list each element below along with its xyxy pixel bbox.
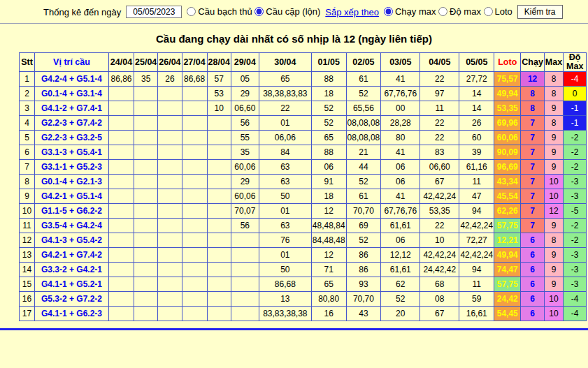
date-cell: [158, 145, 182, 160]
position-cell: G2.2-3 + G3.2-5: [35, 131, 109, 145]
sort-by-option-1[interactable]: Độ max: [438, 6, 481, 17]
date-cell: [158, 189, 182, 204]
date-cell: [134, 204, 158, 219]
table-row: 7G3.1-1 + G5.2-360,066306440606,6061,169…: [20, 160, 587, 175]
position-cell: G0.1-4 + G2.1-3: [35, 175, 109, 189]
date-cell: 26: [158, 72, 182, 87]
date-cell: 86: [346, 248, 381, 263]
date-cell: 42,42,24: [459, 219, 494, 233]
domax-cell: -4: [564, 72, 587, 87]
stt-cell: 17: [20, 307, 35, 321]
stt-cell: 3: [20, 101, 35, 116]
date-cell: [207, 233, 231, 248]
column-header-16: Max: [544, 53, 563, 72]
sort-link[interactable]: Sắp xếp theo: [325, 7, 379, 17]
position-cell: G3.5-4 + G4.2-4: [35, 219, 109, 233]
stt-cell: 16: [20, 292, 35, 307]
date-cell: 28,28: [381, 116, 420, 131]
date-cell: 10: [420, 233, 459, 248]
date-cell: 01: [259, 248, 311, 263]
sort-by-radio-0[interactable]: [384, 7, 393, 16]
sort-by-radio-2[interactable]: [484, 7, 493, 16]
date-cell: [134, 292, 158, 307]
date-cell: 72,27: [459, 233, 494, 248]
date-cell: 70,70: [346, 292, 381, 307]
date-cell: [134, 277, 158, 292]
stt-cell: 1: [20, 72, 35, 87]
loto-cell: 69,96: [494, 116, 521, 131]
cau-type-option-1[interactable]: Cầu cặp (lộn): [254, 6, 320, 17]
loto-cell: 12,21: [494, 233, 521, 248]
date-cell: [109, 233, 134, 248]
date-cell: [109, 292, 134, 307]
date-cell: [158, 131, 182, 145]
date-cell: 84,48,48: [311, 233, 346, 248]
date-cell: [207, 116, 231, 131]
stt-cell: 12: [20, 233, 35, 248]
sort-by-radio-1[interactable]: [438, 7, 447, 16]
date-cell: 60,06: [231, 160, 259, 175]
date-cell: 52: [346, 233, 381, 248]
date-cell: 61: [346, 72, 381, 87]
column-header-2: 24/04: [109, 53, 134, 72]
chay-cell: 8: [521, 87, 545, 101]
page: { "toolbar": { "label": "Thống kê đến ng…: [0, 0, 588, 368]
date-cell: [207, 248, 231, 263]
domax-cell: -2: [564, 131, 587, 145]
column-header-12: 04/05: [420, 53, 459, 72]
date-cell: 83,83,38,38: [259, 307, 311, 321]
table-row: 17G4.1-1 + G6.2-383,83,38,381643206716,6…: [20, 307, 587, 321]
date-cell: 08: [420, 292, 459, 307]
date-cell: [158, 175, 182, 189]
date-cell: 52: [346, 175, 381, 189]
column-header-9: 01/05: [311, 53, 346, 72]
date-cell: [158, 263, 182, 277]
date-input[interactable]: [126, 6, 182, 18]
cau-type-radio-0[interactable]: [187, 7, 196, 16]
table-row: 15G4.1-1 + G5.2-186,68659362681157,7569-…: [20, 277, 587, 292]
date-cell: [109, 277, 134, 292]
stt-cell: 14: [20, 263, 35, 277]
cau-type-radio-1[interactable]: [254, 7, 264, 16]
date-cell: 53: [207, 87, 231, 101]
loto-cell: 62,26: [494, 204, 521, 219]
date-cell: [207, 131, 231, 145]
page-title: Cầu đang chạy dài nhất có số nhịp là 12 …: [0, 33, 588, 45]
chay-cell: 6: [521, 233, 545, 248]
date-cell: 65: [311, 277, 346, 292]
date-cell: [231, 307, 259, 321]
date-cell: 35: [231, 145, 259, 160]
position-cell: G3.1-3 + G5.4-1: [35, 145, 109, 160]
date-cell: 12: [311, 204, 346, 219]
table-row: 6G3.1-3 + G5.4-13584882141833990,0979-2: [20, 145, 587, 160]
chay-cell: 6: [521, 248, 545, 263]
loto-cell: 57,75: [494, 219, 521, 233]
date-cell: 11: [459, 277, 494, 292]
date-cell: 16,61: [459, 307, 494, 321]
max-cell: 9: [544, 248, 563, 263]
date-cell: 60,06: [231, 189, 259, 204]
date-cell: 00: [381, 101, 420, 116]
sort-by-option-2[interactable]: Loto: [484, 6, 512, 17]
date-cell: [207, 175, 231, 189]
check-button[interactable]: Kiểm tra: [517, 5, 563, 19]
date-cell: [182, 160, 207, 175]
date-cell: [207, 263, 231, 277]
date-cell: 65: [259, 72, 311, 87]
cau-type-option-0[interactable]: Cầu bạch thủ: [187, 6, 252, 17]
date-cell: [231, 263, 259, 277]
date-cell: [207, 292, 231, 307]
date-cell: [158, 248, 182, 263]
loto-cell: 49,94: [494, 87, 521, 101]
date-cell: 70,70: [346, 204, 381, 219]
date-cell: 91: [311, 175, 346, 189]
date-cell: 88: [311, 145, 346, 160]
max-cell: 8: [544, 233, 563, 248]
loto-cell: 60,06: [494, 131, 521, 145]
date-cell: 63: [259, 175, 311, 189]
date-cell: [109, 160, 134, 175]
domax-cell: -3: [564, 248, 587, 263]
date-cell: 22: [420, 219, 459, 233]
date-cell: 61: [346, 189, 381, 204]
sort-by-option-0[interactable]: Chạy max: [384, 6, 436, 17]
